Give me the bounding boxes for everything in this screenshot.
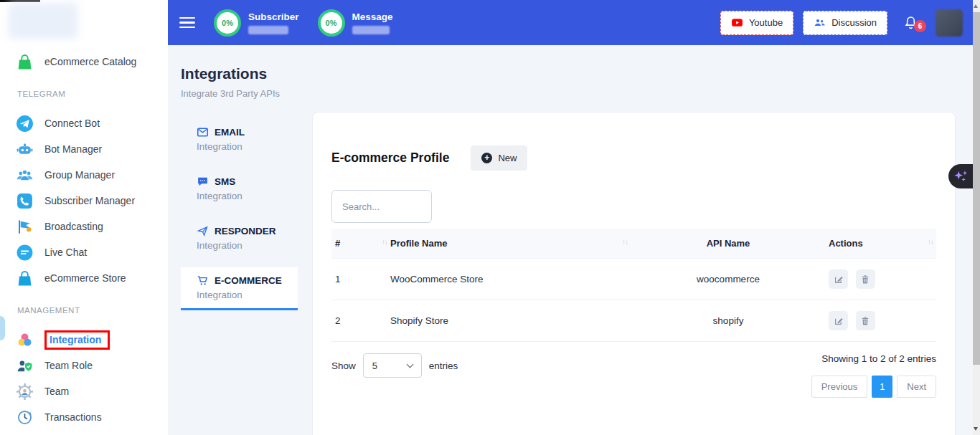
showing-entries-text: Showing 1 to 2 of 2 entries xyxy=(821,353,936,364)
subscriber-stat: 0% Subscriber xyxy=(214,9,299,37)
sidebar-item-label: Transactions xyxy=(44,411,102,423)
group-icon xyxy=(16,166,34,184)
tab-email-integration[interactable]: EMAIL Integration xyxy=(181,119,298,160)
scroll-up-arrow[interactable] xyxy=(974,4,978,8)
new-profile-button[interactable]: + New xyxy=(471,145,527,171)
youtube-icon xyxy=(731,16,743,29)
cart-icon xyxy=(197,274,209,287)
sort-icon[interactable]: ↑↓ xyxy=(928,238,933,246)
tab-label: E-COMMERCE xyxy=(215,275,282,286)
tab-label: SMS xyxy=(215,176,235,187)
next-page-button[interactable]: Next xyxy=(897,376,936,398)
page-size-value: 5 xyxy=(372,360,377,371)
app-logo-blurred xyxy=(9,3,77,39)
column-header-actions: Actions xyxy=(829,238,863,249)
column-header-api-name: API Name xyxy=(628,238,829,249)
current-page-button[interactable]: 1 xyxy=(872,376,892,398)
pagination: Previous 1 Next xyxy=(811,376,936,398)
broadcast-flag-icon xyxy=(16,218,34,236)
search-input[interactable] xyxy=(331,190,432,223)
sidebar-item-subscriber-manager[interactable]: Subscriber Manager xyxy=(0,188,168,214)
edit-icon xyxy=(834,316,844,326)
sidebar-item-live-chat[interactable]: Live Chat xyxy=(0,239,168,265)
trash-icon xyxy=(860,274,870,285)
ai-assistant-button[interactable] xyxy=(948,164,973,188)
sidebar-item-team[interactable]: Team xyxy=(0,378,168,404)
sort-icon[interactable]: ↑↓ xyxy=(382,238,387,246)
sidebar-item-team-role[interactable]: Team Role xyxy=(0,353,168,378)
notifications-button[interactable]: 6 xyxy=(903,15,918,30)
sidebar-nav: eCommerce Catalog TELEGRAM Connect Bot B… xyxy=(0,49,168,430)
tab-ecommerce-integration-active[interactable]: E-COMMERCE Integration xyxy=(181,267,298,310)
plus-icon: + xyxy=(481,153,492,163)
page-title: Integrations xyxy=(181,65,973,82)
show-label: Show xyxy=(331,360,356,371)
sidebar-section-management: MANAGEMENT xyxy=(0,304,168,317)
discussion-button[interactable]: Discussion xyxy=(803,11,887,35)
chat-icon xyxy=(16,244,34,262)
integration-tabs: EMAIL Integration SMS Integration RESPON… xyxy=(181,112,298,310)
sort-icon[interactable]: ↑↓ xyxy=(622,238,628,246)
clock-history-icon xyxy=(16,408,34,426)
page-size-select[interactable]: 5 xyxy=(363,353,422,378)
edit-icon xyxy=(834,274,844,285)
sidebar-item-bot-manager[interactable]: Bot Manager xyxy=(0,136,168,162)
page-subtitle: Integrate 3rd Party APIs xyxy=(181,88,973,99)
discussion-button-label: Discussion xyxy=(831,17,877,28)
envelope-icon xyxy=(197,126,209,138)
paper-plane-icon xyxy=(197,225,209,237)
panel-title: E-commerce Profile xyxy=(331,150,449,166)
row-number: 1 xyxy=(331,274,387,285)
sidebar-item-transactions[interactable]: Transactions xyxy=(0,404,168,430)
topbar: 0% Subscriber 0% Message Youtube Discuss… xyxy=(168,0,973,45)
vertical-scrollbar[interactable] xyxy=(973,0,980,435)
row-number: 2 xyxy=(331,315,387,326)
sidebar-item-ecommerce-catalog[interactable]: eCommerce Catalog xyxy=(0,49,168,75)
edit-button[interactable] xyxy=(829,269,848,289)
entries-label: entries xyxy=(429,360,458,371)
youtube-button[interactable]: Youtube xyxy=(720,11,793,35)
sidebar-item-label: Connect Bot xyxy=(44,118,100,129)
sidebar-section-telegram: TELEGRAM xyxy=(0,87,168,100)
sidebar-item-connect-bot[interactable]: Connect Bot xyxy=(0,110,168,136)
sparkles-icon xyxy=(953,168,969,184)
sidebar-item-label: eCommerce Store xyxy=(44,272,126,284)
message-stat-label: Message xyxy=(352,11,393,22)
delete-button[interactable] xyxy=(856,269,875,289)
tab-sublabel: Integration xyxy=(197,191,298,201)
phone-contacts-icon xyxy=(16,192,34,210)
scroll-down-arrow[interactable] xyxy=(974,427,978,431)
telegram-icon xyxy=(16,115,34,133)
previous-page-button[interactable]: Previous xyxy=(811,376,868,398)
redacted-stat-value xyxy=(248,26,288,34)
edit-button[interactable] xyxy=(829,311,848,330)
chevron-down-icon xyxy=(406,360,413,368)
profile-name-cell: Shopify Store xyxy=(387,315,628,326)
integration-circles-icon xyxy=(16,331,34,349)
table-row: 2 Shopify Store shopify xyxy=(331,300,936,342)
sidebar-item-label: Team xyxy=(44,386,69,397)
sidebar-item-integration[interactable]: Integration xyxy=(0,327,168,353)
tab-label: RESPONDER xyxy=(215,226,276,236)
user-avatar[interactable] xyxy=(936,9,963,37)
sidebar-item-label: Bot Manager xyxy=(44,143,102,155)
sidebar-item-broadcasting[interactable]: Broadcasting xyxy=(0,214,168,239)
tab-responder-integration[interactable]: RESPONDER Integration xyxy=(181,218,298,259)
sidebar-item-group-manager[interactable]: Group Manager xyxy=(0,162,168,188)
hamburger-menu-icon[interactable] xyxy=(179,17,195,28)
scrollbar-thumb[interactable] xyxy=(973,12,980,365)
gear-person-icon xyxy=(16,383,34,401)
shopping-bag-icon xyxy=(16,269,34,287)
shopping-bag-icon xyxy=(16,53,34,71)
message-progress-circle: 0% xyxy=(318,9,345,37)
sidebar-item-label: Team Role xyxy=(44,360,93,371)
delete-button[interactable] xyxy=(856,311,875,330)
sidebar-item-label: Live Chat xyxy=(44,247,87,258)
sidebar-item-ecommerce-store[interactable]: eCommerce Store xyxy=(0,265,168,291)
api-name-cell: woocommerce xyxy=(628,274,829,285)
active-item-indicator xyxy=(0,316,5,340)
tab-sms-integration[interactable]: SMS Integration xyxy=(181,168,298,209)
robot-icon xyxy=(16,140,34,158)
profiles-table: #↑↓ Profile Name↑↓ API Name Actions↑↓ 1 … xyxy=(331,229,936,342)
window-edge-strip xyxy=(0,0,40,2)
